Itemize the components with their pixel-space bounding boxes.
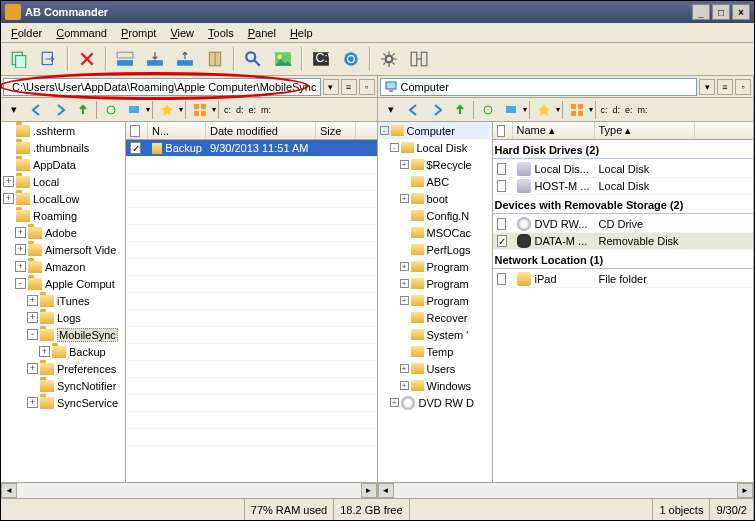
group-header[interactable]: Hard Disk Drives (2) [493, 140, 754, 159]
right-path-field[interactable]: Computer [380, 78, 698, 96]
tree-item[interactable]: + Users [378, 360, 492, 377]
collapse-icon[interactable]: - [15, 278, 26, 289]
filter-d[interactable]: d: [234, 105, 246, 115]
panel-up-button[interactable] [171, 46, 199, 72]
favorite-button[interactable] [533, 100, 555, 120]
tree-item[interactable]: ABC [378, 173, 492, 190]
filter-c[interactable]: c: [599, 105, 610, 115]
tree-item[interactable]: + Program [378, 292, 492, 309]
tree-item[interactable]: - Local Disk [378, 139, 492, 156]
filter-c[interactable]: c: [222, 105, 233, 115]
expand-icon[interactable]: + [27, 397, 38, 408]
list-row[interactable] [126, 344, 377, 361]
expand-icon[interactable]: + [3, 193, 14, 204]
checkbox[interactable] [497, 273, 506, 285]
menu-command[interactable]: Command [50, 25, 113, 41]
expand-icon[interactable]: ▫ [735, 79, 751, 95]
tree-item[interactable]: + SyncService [1, 394, 125, 411]
menu-tools[interactable]: Tools [202, 25, 240, 41]
menu-folder[interactable]: Folder [5, 25, 48, 41]
collapse-icon[interactable]: - [27, 329, 38, 340]
expand-icon[interactable]: + [400, 160, 409, 169]
expand-icon[interactable]: + [400, 194, 409, 203]
titlebar[interactable]: AB Commander _ □ × [1, 1, 754, 23]
list-row[interactable] [126, 191, 377, 208]
tree-item[interactable]: MSOCac [378, 224, 492, 241]
maximize-button[interactable]: □ [712, 4, 730, 20]
list-row[interactable] [126, 276, 377, 293]
menu-help[interactable]: Help [284, 25, 319, 41]
minimize-button[interactable]: _ [692, 4, 710, 20]
column-header[interactable]: Date modified [206, 122, 316, 139]
tree-item[interactable]: Roaming [1, 207, 125, 224]
column-header[interactable]: Name ▴ [513, 122, 595, 139]
tree-item[interactable]: + LocalLow [1, 190, 125, 207]
tree-item[interactable]: + Preferences [1, 360, 125, 377]
filter-e[interactable]: e: [247, 105, 259, 115]
copy-button[interactable] [5, 46, 33, 72]
collapse-icon[interactable]: - [390, 143, 399, 152]
collapse-icon[interactable]: - [380, 126, 389, 135]
tree-item[interactable]: - MobileSync [1, 326, 125, 343]
list-row[interactable]: HOST-M ... Local Disk [493, 178, 754, 195]
filter-m[interactable]: m: [259, 105, 273, 115]
list-row[interactable]: ✓ Backup 9/30/2013 11:51 AM [126, 140, 377, 157]
column-header[interactable]: Size [316, 122, 356, 139]
list-row[interactable] [126, 225, 377, 242]
desktop-button[interactable] [123, 100, 145, 120]
checkbox[interactable] [497, 163, 506, 175]
forward-button[interactable] [49, 100, 71, 120]
right-tree[interactable]: - Computer - Local Disk + $Recycle ABC +… [378, 122, 493, 482]
expand-icon[interactable]: + [400, 262, 409, 271]
forward-button[interactable] [426, 100, 448, 120]
tree-item[interactable]: + Local [1, 173, 125, 190]
list-row[interactable]: DVD RW... CD Drive [493, 216, 754, 233]
column-header[interactable] [126, 122, 148, 139]
history-icon[interactable]: ▾ [3, 100, 25, 120]
favorite-button[interactable] [156, 100, 178, 120]
compress-button[interactable] [201, 46, 229, 72]
menu-icon[interactable]: ≡ [341, 79, 357, 95]
checkbox[interactable]: ✓ [130, 142, 141, 154]
list-row[interactable] [126, 395, 377, 412]
right-scrollbar[interactable]: ◄► [378, 482, 754, 498]
tree-item[interactable]: PerfLogs [378, 241, 492, 258]
search-button[interactable] [239, 46, 267, 72]
left-list[interactable]: N...Date modifiedSize ✓ Backup 9/30/2013… [126, 122, 377, 482]
tree-item[interactable]: + Aimersoft Vide [1, 241, 125, 258]
tree-item[interactable]: .sshterm [1, 122, 125, 139]
expand-icon[interactable]: + [400, 381, 409, 390]
list-row[interactable] [126, 429, 377, 446]
image-button[interactable] [269, 46, 297, 72]
filter-m[interactable]: m: [636, 105, 650, 115]
left-path-field[interactable]: C:\Users\User\AppData\Roaming\Apple Comp… [3, 78, 321, 96]
tree-item[interactable]: + Amazon [1, 258, 125, 275]
column-header[interactable]: Type ▴ [595, 122, 695, 139]
column-header[interactable]: N... [148, 122, 206, 139]
dropdown-icon[interactable]: ▾ [699, 79, 715, 95]
sync-button[interactable] [337, 46, 365, 72]
list-row[interactable]: iPad File folder [493, 271, 754, 288]
expand-icon[interactable]: + [400, 279, 409, 288]
desktop-button[interactable] [500, 100, 522, 120]
dropdown-icon[interactable]: ▾ [323, 79, 339, 95]
menu-icon[interactable]: ≡ [717, 79, 733, 95]
list-row[interactable] [126, 242, 377, 259]
expand-icon[interactable]: + [15, 227, 26, 238]
list-row[interactable]: ✓ DATA-M ... Removable Disk [493, 233, 754, 250]
refresh-button[interactable] [477, 100, 499, 120]
up-button[interactable] [449, 100, 471, 120]
tree-item[interactable]: + Program [378, 275, 492, 292]
move-button[interactable] [35, 46, 63, 72]
tree-item[interactable]: + iTunes [1, 292, 125, 309]
list-row[interactable] [126, 293, 377, 310]
tree-item[interactable]: System ' [378, 326, 492, 343]
close-button[interactable]: × [732, 4, 750, 20]
expand-icon[interactable]: + [400, 296, 409, 305]
tree-item[interactable]: AppData [1, 156, 125, 173]
list-row[interactable] [126, 412, 377, 429]
tree-item[interactable]: + DVD RW D [378, 394, 492, 411]
expand-icon[interactable]: + [15, 261, 26, 272]
view-button[interactable] [189, 100, 211, 120]
expand-icon[interactable]: ▫ [359, 79, 375, 95]
